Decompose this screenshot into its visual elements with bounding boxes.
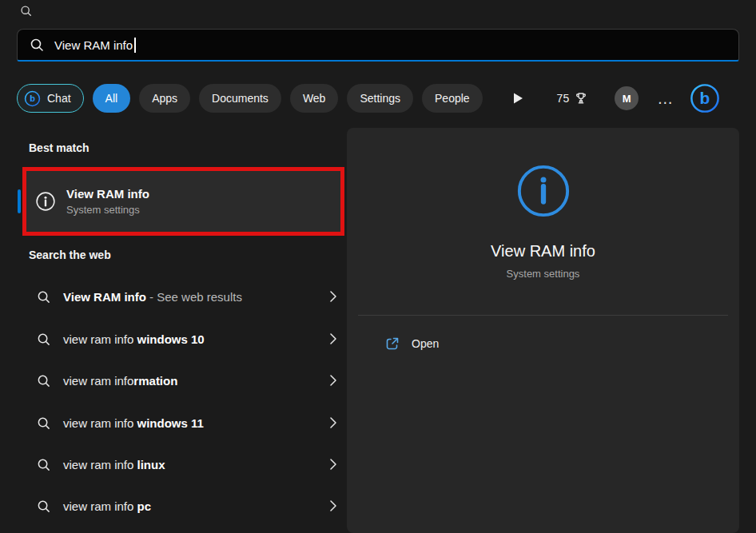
tab-documents[interactable]: Documents: [199, 84, 281, 113]
tab-label: All: [105, 92, 118, 105]
chevron-right-icon[interactable]: [330, 459, 336, 470]
search-icon: [37, 499, 50, 513]
tab-label: People: [435, 92, 470, 105]
avatar-initial: M: [623, 93, 631, 105]
suggestion-text: view ram info pc: [63, 499, 151, 513]
search-icon: [37, 416, 50, 430]
suggestion-text: view ram info windows 10: [63, 332, 205, 346]
web-suggestion[interactable]: view ram info linux: [17, 444, 346, 485]
web-suggestion[interactable]: view ram information: [17, 360, 346, 401]
search-icon: [37, 332, 50, 346]
search-icon: [37, 290, 50, 304]
chevron-right-icon[interactable]: [330, 375, 336, 386]
tab-label: Documents: [212, 92, 269, 105]
suggestion-text: View RAM info - See web results: [63, 290, 242, 304]
web-suggestion[interactable]: view ram info pc: [17, 485, 346, 527]
rewards-points: 75: [557, 92, 570, 105]
suggestion-text: view ram info windows 11: [63, 416, 204, 430]
tab-all[interactable]: All: [93, 84, 131, 113]
tab-label: Chat: [47, 92, 71, 105]
search-icon: [37, 458, 50, 471]
search-icon[interactable]: [20, 5, 32, 17]
tab-label: Settings: [360, 92, 400, 105]
text-caret: [134, 38, 136, 53]
play-button[interactable]: [512, 92, 523, 105]
info-icon: [515, 163, 571, 219]
more-options-button[interactable]: …: [657, 86, 673, 110]
suggestion-text: view ram information: [63, 374, 177, 388]
bing-chat-button[interactable]: b: [690, 83, 720, 113]
rewards-icon: [575, 92, 587, 105]
best-match-subtitle: System settings: [66, 204, 149, 216]
search-input[interactable]: View RAM info: [54, 38, 133, 52]
tab-people[interactable]: People: [422, 84, 483, 113]
tab-settings[interactable]: Settings: [347, 84, 413, 113]
rewards-button[interactable]: 75: [557, 92, 588, 105]
open-external-icon: [385, 336, 400, 351]
web-suggestion[interactable]: view ram info windows 11: [17, 402, 346, 444]
svg-text:b: b: [700, 89, 710, 107]
preview-title: View RAM info: [491, 242, 595, 261]
tab-label: Web: [303, 92, 326, 105]
open-button[interactable]: Open: [385, 329, 439, 358]
search-icon: [30, 38, 44, 52]
search-icon: [37, 374, 50, 388]
chevron-right-icon[interactable]: [330, 417, 336, 428]
tab-web[interactable]: Web: [290, 84, 339, 113]
open-label: Open: [412, 337, 439, 350]
chevron-right-icon[interactable]: [330, 291, 336, 302]
search-bar[interactable]: View RAM info: [17, 29, 739, 62]
ellipsis-icon: …: [657, 89, 673, 108]
bing-chat-icon: b: [24, 90, 41, 107]
best-match-title: View RAM info: [66, 187, 149, 201]
chevron-right-icon[interactable]: [330, 500, 336, 511]
account-avatar[interactable]: M: [615, 86, 639, 110]
best-match-heading: Best match: [29, 141, 89, 154]
search-filter-tabs: b Chat All Apps Documents Web Settings P…: [17, 83, 739, 113]
info-icon: [35, 191, 56, 212]
web-suggestion[interactable]: view ram info windows 10: [17, 318, 346, 360]
web-suggestion[interactable]: View RAM info - See web results: [17, 276, 346, 317]
svg-text:b: b: [30, 93, 35, 103]
chevron-right-icon[interactable]: [330, 333, 336, 344]
suggestion-text: view ram info linux: [63, 458, 165, 471]
tab-apps[interactable]: Apps: [139, 84, 190, 113]
preview-pane: View RAM info System settings Open: [347, 128, 739, 533]
divider: [358, 315, 728, 316]
preview-subtitle: System settings: [507, 268, 580, 280]
tab-label: Apps: [152, 92, 177, 105]
selection-indicator: [18, 189, 21, 213]
best-match-result[interactable]: View RAM info System settings: [22, 167, 344, 236]
tab-chat[interactable]: b Chat: [17, 84, 84, 113]
search-the-web-heading: Search the web: [29, 249, 111, 261]
best-match-text: View RAM info System settings: [66, 187, 149, 216]
